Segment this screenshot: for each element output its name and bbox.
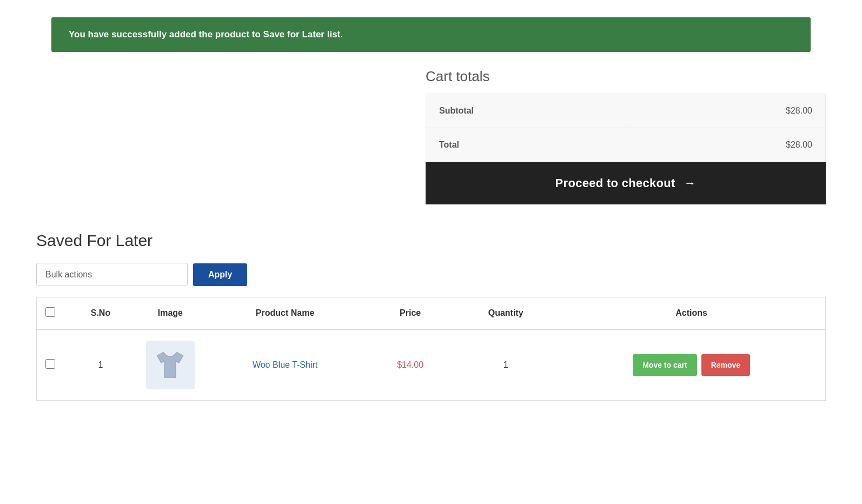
proceed-button-label: Proceed to checkout [555, 176, 675, 190]
total-label: Total [426, 128, 626, 162]
saved-for-later-section: Saved For Later Bulk actions Move to car… [36, 231, 826, 433]
cart-totals-container: Cart totals Subtotal $28.00 Total $28.00… [426, 68, 826, 204]
apply-button[interactable]: Apply [193, 263, 247, 286]
success-banner: You have successfully added the product … [51, 17, 811, 52]
table-row: 1 Woo Blue T-Shirt $14.00 1 [37, 329, 826, 401]
header-product-name: Product Name [203, 297, 367, 330]
row-actions: Move to cart Remove [558, 329, 825, 401]
product-image [146, 341, 195, 389]
move-to-cart-button[interactable]: Move to cart [633, 354, 697, 376]
saved-for-later-table: S.No Image Product Name Price Quantity A… [36, 297, 826, 401]
table-header-row: S.No Image Product Name Price Quantity A… [37, 297, 826, 330]
row-checkbox[interactable] [45, 359, 55, 369]
row-product-name: Woo Blue T-Shirt [203, 329, 367, 401]
bulk-actions-select[interactable]: Bulk actions Move to cart Remove [36, 263, 188, 286]
total-row: Total $28.00 [426, 128, 826, 162]
cart-totals-section: Cart totals Subtotal $28.00 Total $28.00… [36, 68, 826, 204]
cart-totals-table: Subtotal $28.00 Total $28.00 [426, 94, 826, 162]
tshirt-icon [152, 348, 188, 383]
header-quantity: Quantity [454, 297, 558, 330]
bulk-actions-row: Bulk actions Move to cart Remove Apply [36, 263, 826, 286]
actions-cell: Move to cart Remove [566, 354, 817, 376]
header-checkbox[interactable] [45, 307, 55, 317]
row-sno: 1 [64, 329, 137, 401]
header-price: Price [367, 297, 454, 330]
row-price: $14.00 [367, 329, 454, 401]
total-value: $28.00 [626, 128, 826, 162]
header-sno: S.No [64, 297, 137, 330]
header-checkbox-cell [37, 297, 64, 330]
proceed-to-checkout-button[interactable]: Proceed to checkout → [426, 162, 826, 204]
subtotal-label: Subtotal [426, 94, 626, 128]
saved-for-later-title: Saved For Later [36, 231, 826, 250]
cart-totals-title: Cart totals [426, 68, 826, 85]
row-image-cell [137, 329, 203, 401]
subtotal-row: Subtotal $28.00 [426, 94, 826, 128]
remove-button[interactable]: Remove [701, 354, 750, 376]
row-quantity: 1 [454, 329, 558, 401]
arrow-icon: → [684, 176, 696, 190]
subtotal-value: $28.00 [626, 94, 826, 128]
row-checkbox-cell [37, 329, 64, 401]
header-image: Image [137, 297, 203, 330]
header-actions: Actions [558, 297, 825, 330]
product-name-link[interactable]: Woo Blue T-Shirt [253, 360, 317, 369]
